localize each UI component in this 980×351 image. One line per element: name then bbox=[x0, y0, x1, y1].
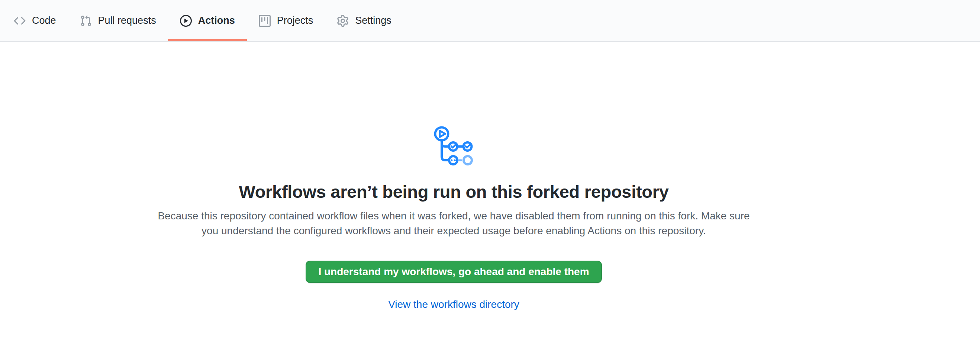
tab-settings[interactable]: Settings bbox=[325, 0, 403, 41]
tab-code[interactable]: Code bbox=[2, 0, 68, 41]
tab-label: Actions bbox=[198, 16, 235, 25]
tab-actions[interactable]: Actions bbox=[168, 0, 247, 41]
page-title: Workflows aren’t being run on this forke… bbox=[239, 181, 668, 203]
tab-label: Pull requests bbox=[98, 16, 156, 25]
project-icon bbox=[259, 15, 270, 27]
page-description: Because this repository contained workfl… bbox=[153, 209, 755, 238]
tab-pull-requests[interactable]: Pull requests bbox=[68, 0, 168, 41]
tab-label: Settings bbox=[355, 16, 391, 25]
tab-projects[interactable]: Projects bbox=[247, 0, 325, 41]
repo-tab-bar: Code Pull requests Actions Projects Sett… bbox=[0, 0, 980, 42]
code-icon bbox=[14, 15, 25, 27]
tab-label: Projects bbox=[277, 16, 313, 25]
workflows-directory-link[interactable]: View the workflows directory bbox=[388, 298, 519, 311]
actions-disabled-empty-state: Workflows aren’t being run on this forke… bbox=[0, 42, 907, 311]
enable-workflows-button[interactable]: I understand my workflows, go ahead and … bbox=[305, 260, 601, 283]
git-pull-request-icon bbox=[80, 15, 92, 27]
play-circle-icon bbox=[180, 15, 192, 27]
workflow-graph-icon bbox=[433, 125, 475, 167]
gear-icon bbox=[337, 15, 349, 27]
tab-label: Code bbox=[32, 16, 56, 25]
